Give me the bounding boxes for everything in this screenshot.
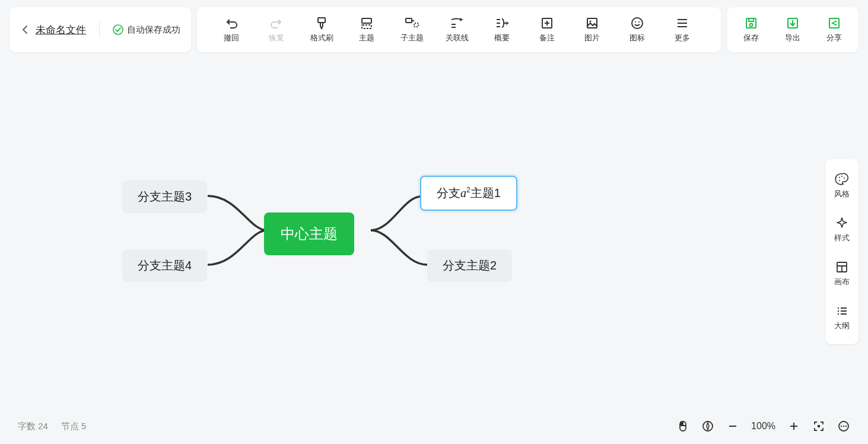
mindmap-canvas[interactable]: 中心主题 分支a2主题1 分支主题2 分支主题3 分支主题4 xyxy=(0,0,868,444)
relation-button[interactable]: 关联线 xyxy=(434,11,479,48)
relation-label: 关联线 xyxy=(446,33,469,43)
svg-point-11 xyxy=(638,21,640,23)
branch-node-2-label: 分支主题2 xyxy=(443,258,497,274)
file-panel: 未命名文件 自动保存成功 xyxy=(9,7,191,52)
share-icon xyxy=(827,16,841,30)
svg-rect-2 xyxy=(362,18,371,23)
side-panel: 风格 样式 画布 大纲 xyxy=(825,159,859,344)
more-options-icon[interactable] xyxy=(837,420,850,433)
back-button[interactable]: 未命名文件 xyxy=(20,23,86,37)
topic-label: 主题 xyxy=(359,33,374,43)
svg-rect-16 xyxy=(829,18,839,28)
undo-button[interactable]: 撤回 xyxy=(209,11,254,48)
redo-button: 恢复 xyxy=(254,11,299,48)
save-icon xyxy=(744,16,758,30)
status-left: 字数 24 节点 5 xyxy=(18,421,86,432)
branch-node-4[interactable]: 分支主题4 xyxy=(122,249,207,282)
more-button[interactable]: 更多 xyxy=(660,11,705,48)
undo-icon xyxy=(224,16,239,30)
branch-node-3-label: 分支主题3 xyxy=(138,189,192,205)
center-topic-node[interactable]: 中心主题 xyxy=(264,213,354,255)
side-canvas[interactable]: 画布 xyxy=(825,252,859,296)
side-style-theme-label: 风格 xyxy=(834,189,850,199)
undo-label: 撤回 xyxy=(224,33,239,43)
menu-icon xyxy=(675,16,689,30)
image-button[interactable]: 图片 xyxy=(570,11,615,48)
summary-label: 概要 xyxy=(494,33,510,43)
svg-point-0 xyxy=(113,25,123,34)
export-button[interactable]: 导出 xyxy=(774,11,811,48)
svg-point-34 xyxy=(845,426,847,427)
side-style[interactable]: 样式 xyxy=(825,208,859,252)
zoom-out-button[interactable] xyxy=(726,420,739,433)
side-outline-label: 大纲 xyxy=(834,321,850,331)
status-bar: 字数 24 节点 5 100% xyxy=(18,414,850,438)
svg-point-25 xyxy=(838,307,839,309)
topic-icon xyxy=(360,16,374,30)
redo-icon xyxy=(269,16,284,30)
actions-panel: 保存 导出 分享 xyxy=(727,7,859,52)
icon-button[interactable]: 图标 xyxy=(615,11,660,48)
sparkle-icon xyxy=(835,216,849,230)
divider xyxy=(99,21,100,38)
brush-icon xyxy=(314,16,329,30)
format-brush-label: 格式刷 xyxy=(310,33,333,43)
branch-node-2[interactable]: 分支主题2 xyxy=(427,249,512,282)
palette-icon xyxy=(835,172,849,186)
svg-rect-4 xyxy=(406,18,412,23)
svg-point-10 xyxy=(635,21,636,23)
branch-node-1-label: 分支a2主题1 xyxy=(437,185,501,201)
image-label: 图片 xyxy=(584,33,600,43)
topic-button[interactable]: 主题 xyxy=(344,11,389,48)
list-icon xyxy=(835,304,849,318)
redo-label: 恢复 xyxy=(269,33,284,43)
note-icon xyxy=(540,16,554,30)
svg-point-14 xyxy=(750,24,753,27)
branch-node-3[interactable]: 分支主题3 xyxy=(122,180,207,213)
mouse-mode-icon[interactable] xyxy=(676,420,689,433)
svg-point-26 xyxy=(838,310,839,312)
svg-rect-7 xyxy=(587,18,597,28)
autosave-status: 自动保存成功 xyxy=(113,24,180,36)
subtopic-button[interactable]: 子主题 xyxy=(389,11,434,48)
subtopic-icon xyxy=(405,16,419,30)
image-icon xyxy=(585,16,599,30)
filename-label[interactable]: 未命名文件 xyxy=(36,23,86,37)
svg-point-8 xyxy=(590,21,592,23)
save-button[interactable]: 保存 xyxy=(733,11,770,48)
relation-icon xyxy=(450,16,464,30)
compass-icon[interactable] xyxy=(701,420,714,433)
note-button[interactable]: 备注 xyxy=(524,11,570,48)
export-icon xyxy=(786,16,800,30)
tools-panel: 撤回 恢复 格式刷 主题 子主题 关联线 概要 备注 xyxy=(197,7,721,52)
check-circle-icon xyxy=(113,24,123,35)
branch-node-1[interactable]: 分支a2主题1 xyxy=(420,176,517,211)
zoom-in-button[interactable] xyxy=(787,420,800,433)
export-label: 导出 xyxy=(785,33,800,43)
top-toolbar: 未命名文件 自动保存成功 撤回 恢复 格式刷 主题 子主题 xyxy=(9,7,859,52)
share-label: 分享 xyxy=(826,33,842,43)
share-button[interactable]: 分享 xyxy=(816,11,853,48)
autosave-label: 自动保存成功 xyxy=(127,24,180,36)
svg-point-9 xyxy=(632,18,643,28)
format-brush-button[interactable]: 格式刷 xyxy=(299,11,344,48)
note-label: 备注 xyxy=(539,33,555,43)
svg-rect-5 xyxy=(414,23,418,27)
side-outline[interactable]: 大纲 xyxy=(825,296,859,340)
svg-point-20 xyxy=(839,177,840,178)
chevron-left-icon xyxy=(20,25,30,34)
emoji-icon xyxy=(630,16,644,30)
fit-screen-icon[interactable] xyxy=(812,420,825,433)
svg-point-33 xyxy=(843,426,844,427)
svg-point-23 xyxy=(839,180,840,181)
side-style-theme[interactable]: 风格 xyxy=(825,164,859,208)
zoom-value[interactable]: 100% xyxy=(751,421,775,432)
svg-rect-13 xyxy=(749,18,753,21)
subtopic-label: 子主题 xyxy=(400,33,424,43)
word-count: 字数 24 xyxy=(18,421,48,432)
summary-button[interactable]: 概要 xyxy=(479,11,524,48)
more-label: 更多 xyxy=(675,33,690,43)
svg-point-22 xyxy=(844,177,845,179)
layout-icon xyxy=(835,260,849,274)
svg-rect-30 xyxy=(818,425,820,427)
